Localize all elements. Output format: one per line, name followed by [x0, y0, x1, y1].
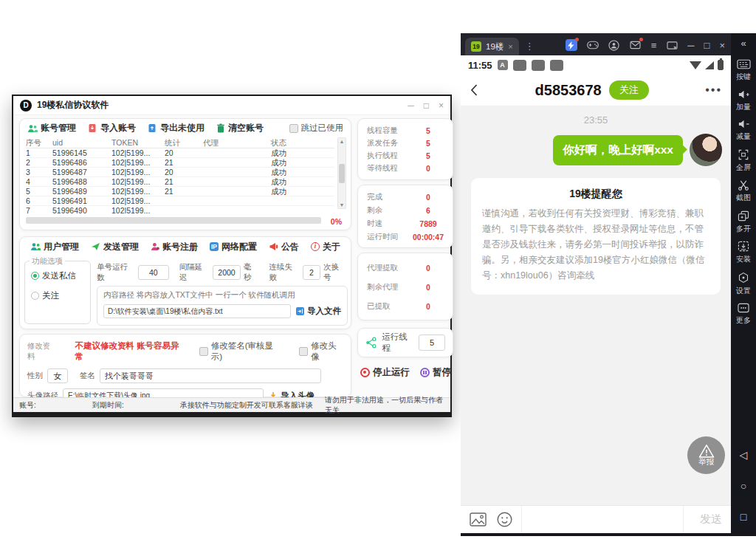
radio-send-private[interactable]: 发送私信 [31, 270, 90, 281]
sent-message-bubble[interactable]: 你好啊，晚上好啊xxx [553, 135, 683, 165]
emulator-titlebar: 19 19楼 × ⋮ ≡ [461, 33, 731, 55]
scroll-up-icon[interactable]: ▲ [340, 139, 345, 144]
notification-icon [513, 60, 526, 71]
emoji-icon[interactable] [497, 512, 512, 527]
table-row[interactable]: 5 51996489 102|5199... 21 成功 [26, 187, 334, 196]
avatar[interactable] [690, 134, 722, 166]
maximize-icon[interactable]: □ [704, 40, 710, 51]
stat-row: 时速 7889 [367, 217, 444, 230]
settings-panel: 用户管理 发送管理 账号注册 IP 网络配置 公告 [19, 236, 351, 329]
tab-user-manage[interactable]: 用户管理 [30, 241, 79, 253]
radio-follow[interactable]: 关注 [31, 290, 90, 301]
export-unused-button[interactable]: 导出未使用 [148, 122, 205, 134]
col-token: TOKEN [111, 137, 165, 148]
table-row[interactable]: 3 51996487 102|5199... 20 成功 [26, 168, 334, 177]
volume-down-button[interactable]: 减量 [736, 119, 751, 142]
pause-button[interactable]: 暂停 [420, 366, 451, 379]
send-button[interactable]: 发送 [684, 512, 722, 526]
more-options-icon[interactable]: ••• [705, 83, 722, 97]
checkbox-icon [299, 347, 308, 356]
run-count-input[interactable] [138, 265, 169, 280]
android-home-button[interactable]: ○ [740, 480, 746, 492]
tab-announcement[interactable]: 公告 [269, 241, 299, 253]
account-icon[interactable] [608, 39, 620, 51]
booster-app-icon[interactable] [566, 39, 577, 51]
people-icon [27, 124, 38, 133]
tab-close-icon[interactable]: × [508, 42, 512, 51]
keymapping-button[interactable]: 按键 [736, 59, 751, 82]
modify-avatar-checkbox[interactable]: 修改头像 [299, 340, 343, 363]
tab-menu-icon[interactable]: ⋮ [525, 41, 535, 52]
stop-run-label: 停止运行 [373, 366, 410, 379]
minimize-icon[interactable]: ─ [408, 100, 414, 111]
gamepad-icon[interactable] [587, 39, 599, 51]
maximize-icon[interactable]: □ [424, 100, 429, 111]
table-row[interactable]: 4 51996488 102|5199... 21 成功 [26, 177, 334, 187]
tab-network-config[interactable]: IP 网络配置 [210, 241, 257, 253]
minimize-icon[interactable]: ─ [687, 40, 694, 51]
progress-bar [26, 217, 321, 224]
more-button[interactable]: 更多 [736, 303, 751, 326]
table-row[interactable]: 2 51996486 102|5199... 21 成功 [26, 158, 334, 168]
function-options-group: 功能选项 发送私信 关注 [24, 261, 91, 324]
table-body: 1 51996145 102|5199... 20 成功 2 51996486 [26, 148, 334, 213]
table-row[interactable]: 1 51996145 102|5199... 20 成功 [26, 148, 334, 158]
tab-send-manage[interactable]: 发送管理 [91, 241, 139, 253]
table-row[interactable]: 7 51996490 102|5199... [26, 206, 334, 213]
account-manage-button[interactable]: 账号管理 [27, 122, 76, 134]
run-thread-label: 运行线程 [382, 332, 414, 354]
tab-about[interactable]: i 关于 [311, 241, 340, 253]
report-button[interactable]: 举报 [687, 436, 725, 474]
people-icon [30, 242, 41, 251]
tab-send-manage-label: 发送管理 [103, 241, 139, 253]
delay-input[interactable] [213, 265, 241, 280]
emulator-tab[interactable]: 19 19楼 × [465, 38, 519, 55]
export-icon [148, 123, 157, 133]
scroll-thumb[interactable] [339, 164, 345, 183]
fail-input[interactable] [303, 265, 320, 280]
screenshot-button[interactable]: 截图 [736, 179, 751, 203]
fullscreen-button[interactable]: 全屏 [736, 149, 751, 173]
gender-label: 性别 [27, 371, 43, 381]
android-statusbar: 11:55 A [461, 55, 731, 75]
message-input[interactable] [521, 506, 684, 533]
skip-used-checkbox[interactable]: 跳过已使用 [289, 123, 344, 134]
back-icon[interactable] [470, 83, 478, 97]
follow-button[interactable]: 关注 [609, 80, 649, 100]
collapse-sidebar-icon[interactable]: « [740, 38, 746, 49]
close-icon[interactable]: × [439, 100, 444, 111]
report-label: 举报 [698, 457, 714, 467]
radio-send-private-label: 发送私信 [42, 270, 76, 281]
accounts-table: 序号 uid TOKEN 统计 代理 状态 1 51996145 102|519… [26, 137, 334, 213]
install-apk-button[interactable]: 安装 [736, 241, 751, 264]
table-row[interactable]: 6 51996491 102|5199... [26, 196, 334, 206]
image-icon[interactable] [470, 512, 487, 526]
paper-plane-icon [91, 242, 100, 251]
settings-button[interactable]: 设置 [736, 272, 751, 296]
signature-input[interactable] [100, 368, 321, 383]
volume-up-button[interactable]: 加量 [736, 89, 751, 112]
clear-accounts-button[interactable]: 清空账号 [216, 122, 264, 134]
menu-icon[interactable]: ≡ [651, 40, 657, 51]
close-icon[interactable]: × [719, 40, 725, 51]
android-recents-button[interactable]: □ [740, 511, 746, 523]
modify-sign-checkbox[interactable]: 修改签名(审核显示) [199, 340, 281, 363]
run-thread-box: 运行线程 [357, 328, 453, 357]
import-file-button[interactable]: 导入文件 [295, 306, 341, 317]
scroll-down-icon[interactable]: ▼ [340, 202, 345, 207]
gender-input[interactable] [47, 368, 68, 383]
tab-register[interactable]: 账号注册 [151, 241, 198, 253]
screen-rotate-icon[interactable] [666, 39, 678, 51]
stat-row: 已提取 0 [367, 297, 444, 316]
run-thread-input[interactable] [419, 335, 445, 351]
android-back-button[interactable]: ◁ [740, 449, 748, 461]
content-path-input[interactable] [103, 304, 291, 318]
import-accounts-button[interactable]: 导入账号 [88, 122, 136, 134]
stop-run-button[interactable]: 停止运行 [360, 366, 410, 379]
multi-instance-button[interactable]: 多开 [736, 210, 751, 234]
notice-title: 19楼提醒您 [482, 188, 709, 201]
table-scrollbar[interactable]: ▲ ▼ [337, 137, 346, 209]
tab-register-label: 账号注册 [162, 241, 198, 253]
mail-icon[interactable] [630, 39, 642, 51]
signal-icon [705, 61, 714, 69]
